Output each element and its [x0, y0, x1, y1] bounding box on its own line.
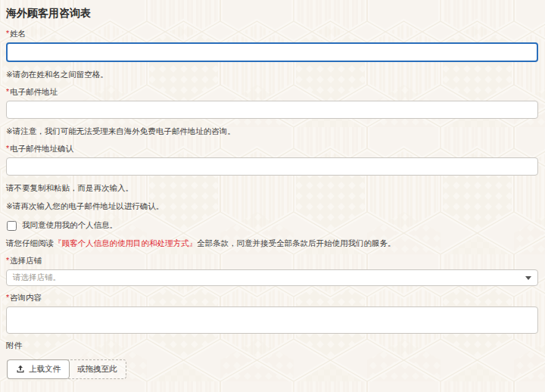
name-label: *姓名	[6, 29, 539, 39]
chevron-down-icon	[525, 276, 531, 280]
privacy-policy-link[interactable]: 『顾客个人信息的使用目的和处理方式』	[54, 238, 197, 247]
upload-file-button[interactable]: 上载文件	[7, 359, 70, 379]
store-label: *选择店铺	[6, 256, 539, 266]
email-label: *电子邮件地址	[6, 87, 539, 98]
inquiry-form: 海外顾客用咨询表 *姓名 ※请勿在姓和名之间留空格。 *电子邮件地址 ※请注意，…	[0, 0, 545, 392]
email-note: ※请注意，我们可能无法受理来自海外免费电子邮件地址的咨询。	[6, 126, 539, 137]
required-asterisk: *	[6, 144, 9, 153]
policy-text: 请您仔细阅读『顾客个人信息的使用目的和处理方式』全部条款，同意并接受全部条款后开…	[6, 238, 539, 249]
inquiry-textarea[interactable]	[6, 306, 538, 334]
name-note: ※请勿在姓和名之间留空格。	[6, 70, 539, 80]
store-select-placeholder: 请选择店铺。	[13, 272, 61, 283]
page-title: 海外顾客用咨询表	[6, 7, 539, 20]
required-asterisk: *	[6, 256, 9, 265]
email-input[interactable]	[6, 101, 538, 119]
email-confirm-input[interactable]	[6, 157, 538, 176]
upload-icon	[16, 365, 25, 374]
email-confirm-note1: 请不要复制和粘贴，而是再次输入。	[6, 183, 539, 194]
consent-checkbox[interactable]	[7, 221, 17, 231]
name-input[interactable]	[6, 42, 538, 62]
required-asterisk: *	[6, 87, 9, 96]
required-asterisk: *	[6, 293, 9, 302]
required-asterisk: *	[6, 29, 9, 38]
email-confirm-label: *电子邮件地址确认	[6, 144, 539, 154]
email-confirm-note2: ※请再次输入您的电子邮件地址以进行确认。	[6, 201, 539, 212]
consent-row[interactable]: 我同意使用我的个人信息。	[7, 220, 539, 231]
attachment-dropzone[interactable]: 上载文件 或拖拽至此	[7, 359, 126, 379]
consent-label: 我同意使用我的个人信息。	[22, 220, 117, 231]
inquiry-label: *咨询内容	[6, 293, 539, 303]
store-select[interactable]: 请选择店铺。	[6, 269, 538, 286]
drop-hint: 或拖拽至此	[69, 360, 126, 378]
attachment-label: 附件	[6, 341, 539, 351]
